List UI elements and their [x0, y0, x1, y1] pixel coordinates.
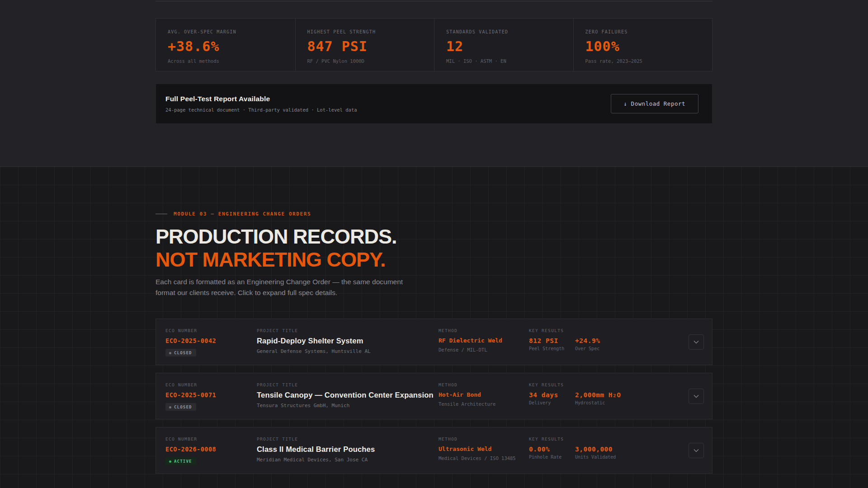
metric-1: 0.00% Pinhole Rate — [529, 446, 566, 460]
section-heading: PRODUCTION RECORDS. NOT MARKETING COPY. — [156, 225, 712, 271]
key-results-column: KEY RESULTS 34 days Delivery 2,000mm H₂O… — [529, 382, 689, 419]
method-column: METHOD Hot-Air Bond Tensile Architecture — [439, 382, 529, 419]
method-label: METHOD — [439, 382, 529, 387]
metric-label: Pinhole Rate — [529, 455, 566, 460]
eco-number-value: ECO-2026-0008 — [165, 446, 257, 453]
chevron-down-icon — [693, 449, 699, 452]
stat-value: 12 — [446, 38, 573, 54]
eco-module-section: MODULE 03 — ENGINEERING CHANGE ORDERS PR… — [0, 166, 868, 488]
metric-value: 812 PSI — [529, 337, 566, 344]
method-value: RF Dielectric Weld — [439, 337, 529, 344]
eco-card-0042[interactable]: ECO NUMBER ECO-2025-0042 CLOSED PROJECT … — [156, 319, 712, 365]
eco-number-value: ECO-2025-0042 — [165, 337, 257, 344]
expand-card-button[interactable] — [689, 334, 704, 350]
report-banner-title: Full Peel-Test Report Available — [165, 95, 357, 103]
download-report-button[interactable]: ↓ Download Report — [611, 94, 698, 113]
expand-card-button[interactable] — [689, 389, 704, 404]
stat-label: HIGHEST PEEL STRENGTH — [307, 29, 434, 34]
project-client: Tensura Structures GmbH, Munich — [257, 403, 439, 408]
method-column: METHOD Ultrasonic Weld Medical Devices /… — [439, 436, 529, 473]
method-value: Hot-Air Bond — [439, 391, 529, 398]
chevron-down-icon — [693, 394, 699, 398]
metric-1: 34 days Delivery — [529, 391, 566, 405]
project-title-value: Class II Medical Barrier Pouches — [257, 445, 439, 454]
metric-2: +24.9% Over Spec — [575, 337, 612, 351]
eco-number-label: ECO NUMBER — [165, 328, 257, 333]
metric-value: +24.9% — [575, 337, 612, 344]
status-dot-icon — [169, 352, 171, 354]
method-value: Ultrasonic Weld — [439, 446, 529, 452]
project-client: Meridian Medical Devices, San Jose CA — [257, 457, 439, 463]
module-eyebrow-label: MODULE 03 — ENGINEERING CHANGE ORDERS — [174, 211, 311, 217]
status-badge-label: CLOSED — [174, 351, 192, 355]
metric-2: 2,000mm H₂O Hydrostatic — [575, 391, 621, 405]
key-results-column: KEY RESULTS 0.00% Pinhole Rate 3,000,000… — [529, 436, 689, 473]
status-dot-icon — [169, 406, 171, 408]
project-title-label: PROJECT TITLE — [257, 436, 439, 441]
method-column: METHOD RF Dielectric Weld Defense / MIL-… — [439, 328, 529, 365]
method-subtext: Medical Devices / ISO 13485 — [439, 455, 529, 461]
metric-value: 0.00% — [529, 446, 566, 453]
project-title-value: Tensile Canopy — Convention Center Expan… — [257, 391, 439, 399]
eco-number-column: ECO NUMBER ECO-2025-0042 CLOSED — [165, 328, 257, 365]
eco-card-0008[interactable]: ECO NUMBER ECO-2026-0008 ACTIVE PROJECT … — [156, 427, 712, 474]
eco-number-value: ECO-2025-0071 — [165, 391, 257, 399]
key-results-column: KEY RESULTS 812 PSI Peel Strength +24.9%… — [529, 328, 689, 365]
stat-label: STANDARDS VALIDATED — [446, 29, 573, 34]
project-column: PROJECT TITLE Rapid-Deploy Shelter Syste… — [257, 328, 439, 365]
metric-label: Delivery — [529, 400, 566, 405]
metric-value: 2,000mm H₂O — [575, 391, 621, 399]
metric-value: 34 days — [529, 391, 566, 399]
eco-card-list: ECO NUMBER ECO-2025-0042 CLOSED PROJECT … — [156, 319, 712, 474]
status-badge: CLOSED — [165, 349, 196, 357]
stat-value: 100% — [585, 38, 712, 54]
eco-number-column: ECO NUMBER ECO-2025-0071 CLOSED — [165, 382, 257, 419]
eco-number-column: ECO NUMBER ECO-2026-0008 ACTIVE — [165, 436, 257, 473]
eyebrow-dash-line — [156, 214, 167, 214]
metric-1: 812 PSI Peel Strength — [529, 337, 566, 351]
stat-subtext: Pass rate, 2023–2025 — [585, 58, 712, 64]
stat-subtext: RF / PVC Nylon 1000D — [307, 58, 434, 64]
metric-label: Over Spec — [575, 346, 612, 351]
report-banner-subtitle: 24-page technical document · Third-party… — [165, 107, 357, 113]
stat-zero-failures: ZERO FAILURES 100% Pass rate, 2023–2025 — [573, 19, 712, 71]
status-badge: ACTIVE — [165, 457, 196, 465]
top-divider — [156, 1, 712, 1]
expand-card-button[interactable] — [689, 443, 704, 458]
stat-subtext: MIL · ISO · ASTM · EN — [446, 58, 573, 64]
stats-section: AVG. OVER-SPEC MARGIN +38.6% Across all … — [0, 0, 868, 166]
eco-number-label: ECO NUMBER — [165, 436, 257, 441]
project-column: PROJECT TITLE Class II Medical Barrier P… — [257, 436, 439, 473]
project-title-label: PROJECT TITLE — [257, 328, 439, 333]
status-badge-label: CLOSED — [174, 405, 192, 409]
project-column: PROJECT TITLE Tensile Canopy — Conventio… — [257, 382, 439, 419]
metric-value: 3,000,000 — [575, 446, 616, 453]
eco-number-label: ECO NUMBER — [165, 382, 257, 387]
status-badge-label: ACTIVE — [174, 459, 192, 464]
stat-peel-strength: HIGHEST PEEL STRENGTH 847 PSI RF / PVC N… — [295, 19, 434, 71]
stat-subtext: Across all methods — [168, 58, 295, 64]
stat-standards-validated: STANDARDS VALIDATED 12 MIL · ISO · ASTM … — [434, 19, 573, 71]
stat-value: +38.6% — [168, 38, 295, 54]
key-results-label: KEY RESULTS — [529, 436, 689, 441]
stat-over-spec-margin: AVG. OVER-SPEC MARGIN +38.6% Across all … — [156, 19, 295, 71]
chevron-down-icon — [693, 340, 699, 344]
report-banner: Full Peel-Test Report Available 24-page … — [156, 84, 712, 124]
project-client: General Defense Systems, Huntsville AL — [257, 348, 439, 354]
stat-value: 847 PSI — [307, 38, 434, 54]
method-subtext: Defense / MIL-DTL — [439, 347, 529, 352]
stat-label: AVG. OVER-SPEC MARGIN — [168, 29, 295, 34]
metric-label: Peel Strength — [529, 346, 566, 351]
method-subtext: Tensile Architecture — [439, 401, 529, 407]
metric-label: Hydrostatic — [575, 400, 621, 405]
report-banner-text: Full Peel-Test Report Available 24-page … — [165, 95, 357, 113]
project-title-value: Rapid-Deploy Shelter System — [257, 337, 439, 345]
method-label: METHOD — [439, 436, 529, 441]
status-badge: CLOSED — [165, 403, 196, 411]
stat-label: ZERO FAILURES — [585, 29, 712, 34]
key-results-label: KEY RESULTS — [529, 328, 689, 333]
module-eyebrow: MODULE 03 — ENGINEERING CHANGE ORDERS — [156, 167, 712, 217]
eco-card-0071[interactable]: ECO NUMBER ECO-2025-0071 CLOSED PROJECT … — [156, 373, 712, 419]
metric-label: Units Validated — [575, 455, 616, 460]
metric-2: 3,000,000 Units Validated — [575, 446, 616, 460]
